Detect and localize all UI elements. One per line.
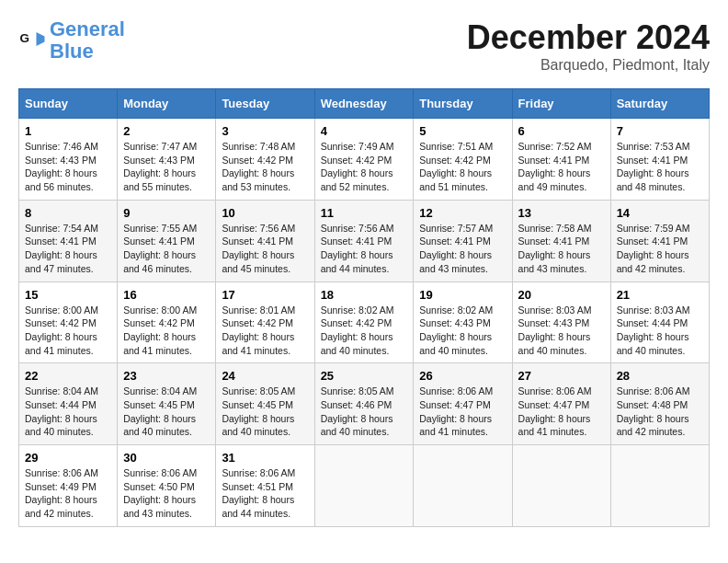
- cell-daylight: Daylight: 8 hours and 41 minutes.: [419, 413, 492, 438]
- cell-sunrise: Sunrise: 8:03 AM: [518, 304, 592, 316]
- cell-sunset: Sunset: 4:42 PM: [222, 317, 293, 328]
- day-number: 3: [222, 124, 308, 138]
- cell-sunrise: Sunrise: 7:51 AM: [419, 141, 493, 152]
- cell-daylight: Daylight: 8 hours and 40 minutes.: [25, 413, 97, 438]
- cell-daylight: Daylight: 8 hours and 43 minutes.: [419, 249, 492, 274]
- cell-daylight: Daylight: 8 hours and 49 minutes.: [518, 167, 591, 192]
- calendar-cell: 2 Sunrise: 7:47 AM Sunset: 4:43 PM Dayli…: [118, 119, 216, 201]
- cell-sunrise: Sunrise: 8:06 AM: [419, 385, 493, 396]
- cell-sunset: Sunset: 4:43 PM: [25, 155, 97, 166]
- calendar-cell: 5 Sunrise: 7:51 AM Sunset: 4:42 PM Dayli…: [414, 119, 512, 201]
- cell-daylight: Daylight: 8 hours and 42 minutes.: [617, 249, 689, 274]
- cell-sunset: Sunset: 4:42 PM: [123, 317, 195, 328]
- cell-sunset: Sunset: 4:41 PM: [222, 236, 293, 247]
- cell-sunrise: Sunrise: 8:04 AM: [25, 385, 98, 396]
- calendar-cell: 12 Sunrise: 7:57 AM Sunset: 4:41 PM Dayl…: [414, 200, 512, 282]
- cell-daylight: Daylight: 8 hours and 44 minutes.: [222, 494, 294, 519]
- calendar-cell: 17 Sunrise: 8:01 AM Sunset: 4:42 PM Dayl…: [216, 282, 314, 363]
- cell-sunset: Sunset: 4:41 PM: [321, 236, 392, 247]
- cell-daylight: Daylight: 8 hours and 42 minutes.: [617, 413, 689, 438]
- calendar-cell: 16 Sunrise: 8:00 AM Sunset: 4:42 PM Dayl…: [118, 282, 216, 363]
- day-number: 19: [419, 288, 506, 302]
- calendar-cell: [414, 445, 512, 527]
- cell-sunset: Sunset: 4:41 PM: [518, 155, 590, 166]
- day-number: 10: [222, 206, 308, 220]
- cell-sunset: Sunset: 4:41 PM: [518, 236, 590, 247]
- cell-sunset: Sunset: 4:41 PM: [123, 236, 195, 247]
- calendar-cell: 3 Sunrise: 7:48 AM Sunset: 4:42 PM Dayli…: [216, 119, 314, 201]
- calendar-cell: 15 Sunrise: 8:00 AM Sunset: 4:42 PM Dayl…: [19, 282, 118, 363]
- calendar-header-row: SundayMondayTuesdayWednesdayThursdayFrid…: [19, 89, 710, 119]
- calendar-cell: 25 Sunrise: 8:05 AM Sunset: 4:46 PM Dayl…: [314, 363, 414, 445]
- cell-daylight: Daylight: 8 hours and 40 minutes.: [518, 331, 591, 356]
- calendar-cell: 6 Sunrise: 7:52 AM Sunset: 4:41 PM Dayli…: [512, 119, 610, 201]
- calendar-cell: 19 Sunrise: 8:02 AM Sunset: 4:43 PM Dayl…: [414, 282, 512, 363]
- day-number: 4: [321, 124, 408, 138]
- day-number: 24: [222, 369, 308, 383]
- calendar-cell: 31 Sunrise: 8:06 AM Sunset: 4:51 PM Dayl…: [216, 445, 314, 527]
- calendar-cell: 30 Sunrise: 8:06 AM Sunset: 4:50 PM Dayl…: [118, 445, 216, 527]
- calendar-cell: 1 Sunrise: 7:46 AM Sunset: 4:43 PM Dayli…: [19, 119, 118, 201]
- day-number: 5: [419, 124, 506, 138]
- cell-sunset: Sunset: 4:41 PM: [419, 236, 491, 247]
- cell-sunrise: Sunrise: 8:06 AM: [617, 385, 690, 396]
- calendar-cell: 4 Sunrise: 7:49 AM Sunset: 4:42 PM Dayli…: [314, 119, 414, 201]
- location-subtitle: Barquedo, Piedmont, Italy: [467, 57, 710, 74]
- cell-daylight: Daylight: 8 hours and 40 minutes.: [222, 413, 294, 438]
- cell-sunrise: Sunrise: 8:00 AM: [25, 304, 98, 316]
- cell-daylight: Daylight: 8 hours and 43 minutes.: [518, 249, 591, 274]
- day-of-week-header: Saturday: [610, 89, 709, 119]
- cell-sunset: Sunset: 4:47 PM: [518, 399, 590, 410]
- day-number: 30: [123, 451, 210, 465]
- calendar-cell: 8 Sunrise: 7:54 AM Sunset: 4:41 PM Dayli…: [19, 200, 118, 282]
- cell-sunrise: Sunrise: 7:56 AM: [321, 223, 394, 234]
- calendar-cell: 24 Sunrise: 8:05 AM Sunset: 4:45 PM Dayl…: [216, 363, 314, 445]
- logo-text: GeneralBlue: [50, 18, 125, 63]
- cell-sunrise: Sunrise: 7:55 AM: [123, 223, 197, 234]
- logo: G GeneralBlue: [18, 18, 125, 63]
- page-header: G GeneralBlue December 2024 Barquedo, Pi…: [18, 18, 710, 74]
- day-number: 14: [617, 206, 703, 220]
- day-number: 27: [518, 369, 605, 383]
- calendar-week-row: 29 Sunrise: 8:06 AM Sunset: 4:49 PM Dayl…: [19, 445, 710, 527]
- cell-sunrise: Sunrise: 8:02 AM: [419, 304, 493, 316]
- day-of-week-header: Friday: [512, 89, 610, 119]
- calendar-week-row: 15 Sunrise: 8:00 AM Sunset: 4:42 PM Dayl…: [19, 282, 710, 363]
- month-title: December 2024: [467, 18, 710, 57]
- day-number: 28: [617, 369, 703, 383]
- day-of-week-header: Thursday: [414, 89, 512, 119]
- cell-sunset: Sunset: 4:44 PM: [25, 399, 97, 410]
- calendar-cell: 28 Sunrise: 8:06 AM Sunset: 4:48 PM Dayl…: [610, 363, 709, 445]
- day-of-week-header: Monday: [118, 89, 216, 119]
- day-number: 9: [123, 206, 210, 220]
- calendar-cell: [314, 445, 414, 527]
- cell-daylight: Daylight: 8 hours and 41 minutes.: [222, 331, 294, 356]
- cell-sunset: Sunset: 4:43 PM: [518, 317, 590, 328]
- day-number: 21: [617, 288, 703, 302]
- day-number: 11: [321, 206, 408, 220]
- cell-sunrise: Sunrise: 8:05 AM: [321, 385, 394, 396]
- cell-sunrise: Sunrise: 7:57 AM: [419, 223, 493, 234]
- cell-sunrise: Sunrise: 7:47 AM: [123, 141, 197, 152]
- day-number: 16: [123, 288, 210, 302]
- cell-sunset: Sunset: 4:50 PM: [123, 481, 195, 492]
- calendar-cell: 29 Sunrise: 8:06 AM Sunset: 4:49 PM Dayl…: [19, 445, 118, 527]
- day-number: 22: [25, 369, 111, 383]
- calendar-cell: [512, 445, 610, 527]
- cell-daylight: Daylight: 8 hours and 40 minutes.: [123, 413, 196, 438]
- cell-sunrise: Sunrise: 7:54 AM: [25, 223, 98, 234]
- day-number: 8: [25, 206, 111, 220]
- calendar-cell: 27 Sunrise: 8:06 AM Sunset: 4:47 PM Dayl…: [512, 363, 610, 445]
- cell-daylight: Daylight: 8 hours and 41 minutes.: [123, 331, 196, 356]
- cell-sunset: Sunset: 4:42 PM: [419, 155, 491, 166]
- day-number: 25: [321, 369, 408, 383]
- day-number: 2: [123, 124, 210, 138]
- cell-sunset: Sunset: 4:44 PM: [617, 317, 688, 328]
- day-number: 23: [123, 369, 210, 383]
- calendar-cell: 21 Sunrise: 8:03 AM Sunset: 4:44 PM Dayl…: [610, 282, 709, 363]
- day-number: 31: [222, 451, 308, 465]
- cell-sunrise: Sunrise: 8:06 AM: [25, 467, 98, 478]
- cell-sunrise: Sunrise: 7:46 AM: [25, 141, 98, 152]
- calendar-week-row: 8 Sunrise: 7:54 AM Sunset: 4:41 PM Dayli…: [19, 200, 710, 282]
- calendar-cell: 11 Sunrise: 7:56 AM Sunset: 4:41 PM Dayl…: [314, 200, 414, 282]
